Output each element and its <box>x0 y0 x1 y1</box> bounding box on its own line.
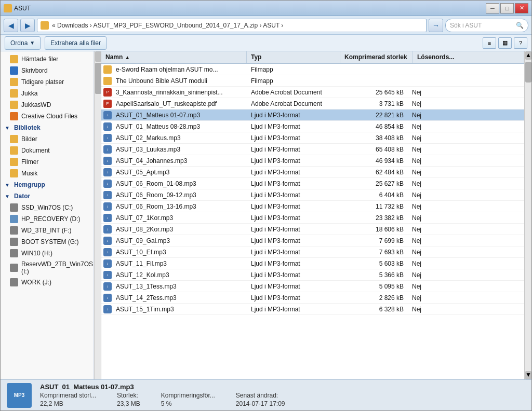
sidebar-section-hemgrupp[interactable]: ▼ Hemgrupp <box>1 179 94 190</box>
file-pass: Nej <box>410 214 524 222</box>
col-header-pass[interactable]: Lösenords... <box>413 51 524 63</box>
file-row[interactable]: ♪ASUT_03_Luukas.mp3Ljud i MP3-format65 4… <box>101 144 524 155</box>
sidebar-label: ReservWD_2TB_Win7OS (I:) <box>21 261 93 275</box>
file-type: Ljud i MP3-format <box>249 226 342 233</box>
sidebar-item-h[interactable]: WIN10 (H:) <box>1 248 94 259</box>
file-row[interactable]: The Unbound Bible ASUT moduliFilmapp <box>101 75 524 87</box>
file-row[interactable]: ♪ASUT_14_2Tess.mp3Ljud i MP3-format2 826… <box>101 292 524 304</box>
sidebar-item-i[interactable]: ReservWD_2TB_Win7OS (I:) <box>1 259 94 277</box>
file-type: Ljud i MP3-format <box>249 191 342 199</box>
sidebar-item-c[interactable]: SSD_Win7OS (C:) <box>1 202 94 213</box>
scroll-up-arrow[interactable]: ▲ <box>525 51 531 60</box>
file-row[interactable]: ♪ASUT_06_Room_09-12.mp3Ljud i MP3-format… <box>101 189 524 201</box>
file-row[interactable]: ♪ASUT_05_Apt.mp3Ljud i MP3-format62 484 … <box>101 167 524 178</box>
mp3-icon: ♪ <box>103 237 112 245</box>
sidebar-item-j[interactable]: WORK (J:) <box>1 277 94 288</box>
scroll-thumb[interactable] <box>525 62 531 83</box>
file-row[interactable]: ♪ASUT_10_Ef.mp3Ljud i MP3-format7 693 kB… <box>101 246 524 258</box>
collapse-icon: ▼ <box>5 194 10 199</box>
file-type: Ljud i MP3-format <box>249 260 342 267</box>
extrahera-button[interactable]: Extrahera alla filer <box>45 36 107 50</box>
sidebar-label: Hämtade filer <box>21 56 58 63</box>
help-button[interactable]: ? <box>514 37 527 49</box>
sidebar-item-filmer[interactable]: Filmer <box>1 156 94 168</box>
file-name: ASUT_06_Room_13-16.mp3 <box>114 203 249 210</box>
file-row[interactable]: ♪ASUT_01_Matteus 01-07.mp3Ljud i MP3-for… <box>101 109 524 121</box>
sidebar-item-creative-cloud[interactable]: Creative Cloud Files <box>1 111 94 122</box>
file-name: ASUT_14_2Tess.mp3 <box>114 294 249 302</box>
folder-icon <box>10 78 18 86</box>
view-tiles-button[interactable]: ▦ <box>498 37 512 49</box>
titlebar: ASUT ─ □ ✕ <box>1 1 531 16</box>
col-header-name[interactable]: Namn ▲ <box>101 51 247 63</box>
file-size: 6 404 kB <box>342 191 410 199</box>
file-pass: Nej <box>410 271 524 279</box>
file-size: 25 627 kB <box>342 180 410 187</box>
search-box[interactable]: Sök i ASUT 🔍 <box>445 19 528 32</box>
sidebar-item-d[interactable]: HP_RECOVERY (D:) <box>1 213 94 225</box>
back-button[interactable]: ◀ <box>4 19 18 32</box>
sidebar: Hämtade filer Skrivbord Tidigare platser… <box>1 51 94 379</box>
search-icon: 🔍 <box>516 22 524 29</box>
file-row[interactable]: ♪ASUT_04_Johannes.mp3Ljud i MP3-format46… <box>101 155 524 167</box>
sidebar-section-bibliotek[interactable]: ▼ Bibliotek <box>1 122 94 133</box>
file-row[interactable]: ♪ASUT_06_Room_13-16.mp3Ljud i MP3-format… <box>101 201 524 212</box>
mp3-icon: ♪ <box>103 214 112 222</box>
file-type: Ljud i MP3-format <box>249 112 342 119</box>
col-header-type[interactable]: Typ <box>247 51 340 63</box>
file-name: ASUT_04_Johannes.mp3 <box>114 157 249 165</box>
sidebar-scrollbar[interactable] <box>94 51 101 379</box>
sidebar-item-hamtade[interactable]: Hämtade filer <box>1 53 94 65</box>
file-row[interactable]: ♪ASUT_09_Gal.mp3Ljud i MP3-format7 699 k… <box>101 235 524 246</box>
close-button[interactable]: ✕ <box>515 3 528 13</box>
file-row[interactable]: ♪ASUT_01_Matteus 08-28.mp3Ljud i MP3-for… <box>101 121 524 132</box>
sidebar-item-jukkaswd[interactable]: JukkasWD <box>1 99 94 111</box>
sidebar-item-dokument[interactable]: Dokument <box>1 145 94 156</box>
file-size: 7 693 kB <box>342 249 410 256</box>
file-type: Ljud i MP3-format <box>249 237 342 244</box>
file-row[interactable]: e-Sword Raam ohjelman ASUT mo...Filmapp <box>101 64 524 75</box>
col-header-size[interactable]: Komprimerad storlek <box>340 51 413 63</box>
drive-icon <box>10 249 18 257</box>
mp3-icon: ♪ <box>103 111 112 119</box>
address-path[interactable]: « Downloads › ASUT_MP3_PDF_ESWORD_Unboun… <box>37 19 427 32</box>
sidebar-section-dator[interactable]: ▼ Dator <box>1 190 94 202</box>
maximize-button[interactable]: □ <box>500 3 514 13</box>
file-name: ASUT_11_Fil.mp3 <box>114 260 249 267</box>
file-row[interactable]: ♪ASUT_13_1Tess.mp3Ljud i MP3-format5 095… <box>101 281 524 292</box>
view-details-button[interactable]: ≡ <box>483 37 496 49</box>
file-name: ASUT_12_Kol.mp3 <box>114 271 249 279</box>
file-name: ASUT_05_Apt.mp3 <box>114 169 249 176</box>
file-row[interactable]: ♪ASUT_02_Markus.mp3Ljud i MP3-format38 4… <box>101 132 524 144</box>
file-row[interactable]: ♪ASUT_12_Kol.mp3Ljud i MP3-format5 366 k… <box>101 269 524 281</box>
file-type: Filmapp <box>249 77 342 85</box>
scroll-down-arrow[interactable]: ▼ <box>525 371 531 379</box>
file-row[interactable]: ♪ASUT_11_Fil.mp3Ljud i MP3-format5 603 k… <box>101 258 524 269</box>
file-row[interactable]: ♪ASUT_07_1Kor.mp3Ljud i MP3-format23 382… <box>101 212 524 224</box>
forward-button[interactable]: ▶ <box>20 19 35 32</box>
file-size: 5 095 kB <box>342 283 410 290</box>
file-row[interactable]: ♪ASUT_06_Room_01-08.mp3Ljud i MP3-format… <box>101 178 524 189</box>
file-name: ASUT_09_Gal.mp3 <box>114 237 249 244</box>
filelist-scrollbar[interactable]: ▲ ▼ <box>524 51 531 379</box>
sidebar-label: HP_RECOVERY (D:) <box>21 215 81 223</box>
sidebar-item-f[interactable]: WD_3TB_INT (F:) <box>1 225 94 236</box>
minimize-button[interactable]: ─ <box>486 3 499 13</box>
sidebar-item-g[interactable]: BOOT SYSTEM (G:) <box>1 236 94 248</box>
sidebar-item-skrivbord[interactable]: Skrivbord <box>1 65 94 76</box>
file-row[interactable]: ♪ASUT_15_1Tim.mp3Ljud i MP3-format6 328 … <box>101 304 524 315</box>
refresh-button[interactable]: → <box>429 19 443 32</box>
sidebar-item-musik[interactable]: Musik <box>1 168 94 179</box>
status-col-date: Senast ändrad: 2014-07-17 17:09 <box>236 392 285 407</box>
file-row[interactable]: P3_Kaannosta_rinnakkain_sininenpist...Ad… <box>101 87 524 98</box>
sidebar-item-tidigare[interactable]: Tidigare platser <box>1 76 94 88</box>
ordna-button[interactable]: Ordna ▼ <box>5 36 41 50</box>
sidebar-label: Musik <box>21 170 37 177</box>
file-row[interactable]: PAapeliSaarisalo_UT_ruskeapiste.pdfAdobe… <box>101 98 524 109</box>
sidebar-item-jukka[interactable]: Jukka <box>1 88 94 99</box>
sidebar-label: WD_3TB_INT (F:) <box>21 227 71 234</box>
sidebar-item-bilder[interactable]: Bilder <box>1 133 94 145</box>
status-info: ASUT_01_Matteus 01-07.mp3 Komprimerad st… <box>40 383 525 407</box>
file-row[interactable]: ♪ASUT_08_2Kor.mp3Ljud i MP3-format18 606… <box>101 224 524 235</box>
mp3-icon: ♪ <box>103 248 112 256</box>
